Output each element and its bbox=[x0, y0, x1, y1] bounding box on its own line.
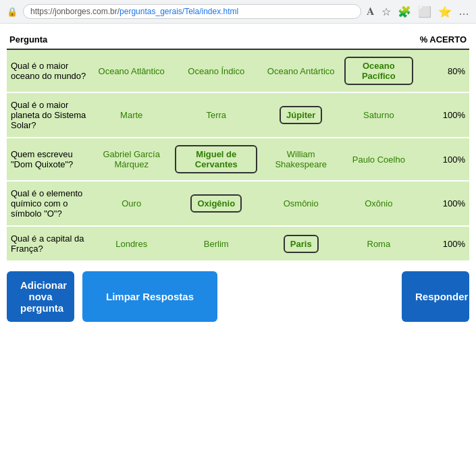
option-cell[interactable]: Júpiter bbox=[261, 92, 340, 138]
url-path: perguntas_gerais/Tela/index.html bbox=[120, 7, 238, 16]
option-cell[interactable]: William Shakespeare bbox=[261, 138, 340, 181]
option-cell[interactable]: Oceano Pacífico bbox=[340, 49, 417, 92]
question-cell: Qual é o elemento químico com o símbolo … bbox=[7, 181, 92, 226]
selected-option[interactable]: Miguel de Cervantes bbox=[175, 145, 257, 173]
pct-cell: 100% bbox=[417, 226, 469, 261]
option-cell[interactable]: Oceano Antártico bbox=[261, 49, 340, 92]
option-cell[interactable]: Londres bbox=[92, 226, 171, 261]
pct-cell: 100% bbox=[417, 181, 469, 226]
selected-option[interactable]: Júpiter bbox=[280, 106, 322, 124]
option-cell[interactable]: Roma bbox=[340, 226, 417, 261]
header-opt4 bbox=[340, 30, 417, 49]
option-cell[interactable]: Gabriel García Márquez bbox=[92, 138, 171, 181]
quiz-table: Pergunta % ACERTO Qual é o maior oceano … bbox=[7, 30, 469, 262]
table-row: Quem escreveu "Dom Quixote"?Gabriel Garc… bbox=[7, 138, 469, 181]
pct-cell: 80% bbox=[417, 49, 469, 92]
page-content: Pergunta % ACERTO Qual é o maior oceano … bbox=[0, 24, 476, 262]
split-icon: ⬜ bbox=[418, 5, 431, 18]
browser-bar: 🔒 https://jonborges.com.br/perguntas_ger… bbox=[0, 0, 476, 24]
selected-option[interactable]: Paris bbox=[284, 235, 319, 253]
option-cell[interactable]: Oceano Atlântico bbox=[92, 49, 171, 92]
header-opt2 bbox=[171, 30, 261, 49]
option-cell[interactable]: Saturno bbox=[340, 92, 417, 138]
question-cell: Quem escreveu "Dom Quixote"? bbox=[7, 138, 92, 181]
option-cell[interactable]: Terra bbox=[171, 92, 261, 138]
option-cell[interactable]: Oceano Índico bbox=[171, 49, 261, 92]
browser-icons: 𝐀 ☆ 🧩 ⬜ ⭐ … bbox=[367, 5, 469, 18]
menu-icon: … bbox=[458, 5, 469, 18]
option-cell[interactable]: Marte bbox=[92, 92, 171, 138]
selected-option[interactable]: Oceano Pacífico bbox=[344, 57, 413, 85]
pct-cell: 100% bbox=[417, 138, 469, 181]
header-pct: % ACERTO bbox=[417, 30, 469, 49]
add-question-button[interactable]: Adicionar nova pergunta bbox=[7, 271, 74, 322]
star-icon: ☆ bbox=[381, 5, 391, 18]
option-cell[interactable]: Miguel de Cervantes bbox=[171, 138, 261, 181]
url-bar[interactable]: https://jonborges.com.br/perguntas_gerai… bbox=[23, 4, 361, 19]
header-question: Pergunta bbox=[7, 30, 92, 49]
read-icon: 𝐀 bbox=[367, 5, 375, 18]
option-cell[interactable]: Oxigênio bbox=[171, 181, 261, 226]
table-header-row: Pergunta % ACERTO bbox=[7, 30, 469, 49]
table-row: Qual é a capital da França?LondresBerlim… bbox=[7, 226, 469, 261]
option-cell[interactable]: Osmônio bbox=[261, 181, 340, 226]
option-cell[interactable]: Berlim bbox=[171, 226, 261, 261]
option-cell[interactable]: Paulo Coelho bbox=[340, 138, 417, 181]
option-cell[interactable]: Paris bbox=[261, 226, 340, 261]
pct-cell: 100% bbox=[417, 92, 469, 138]
question-cell: Qual é o maior planeta do Sistema Solar? bbox=[7, 92, 92, 138]
option-cell[interactable]: Oxônio bbox=[340, 181, 417, 226]
question-cell: Qual é o maior oceano do mundo? bbox=[7, 49, 92, 92]
question-cell: Qual é a capital da França? bbox=[7, 226, 92, 261]
clear-answers-button[interactable]: Limpar Respostas bbox=[82, 271, 217, 322]
table-row: Qual é o elemento químico com o símbolo … bbox=[7, 181, 469, 226]
answer-button[interactable]: Responder bbox=[402, 271, 469, 322]
lock-icon: 🔒 bbox=[7, 7, 18, 17]
table-row: Qual é o maior oceano do mundo?Oceano At… bbox=[7, 49, 469, 92]
option-cell[interactable]: Ouro bbox=[92, 181, 171, 226]
table-row: Qual é o maior planeta do Sistema Solar?… bbox=[7, 92, 469, 138]
selected-option[interactable]: Oxigênio bbox=[190, 194, 242, 213]
button-row: Adicionar nova pergunta Limpar Respostas… bbox=[0, 262, 476, 331]
ext-icon: 🧩 bbox=[398, 5, 411, 18]
url-domain: https://jonborges.com.br/ bbox=[30, 7, 120, 16]
header-opt3 bbox=[261, 30, 340, 49]
header-opt1 bbox=[92, 30, 171, 49]
fav-icon: ⭐ bbox=[438, 5, 452, 18]
